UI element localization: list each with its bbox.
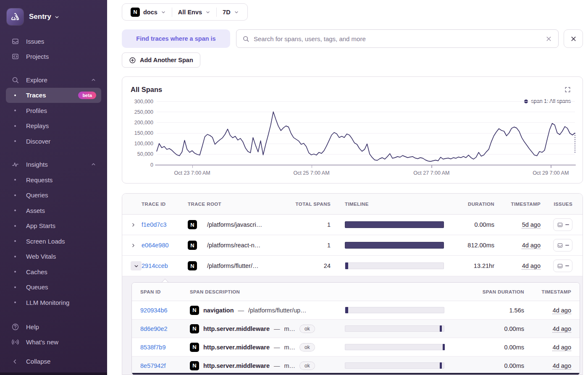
- sidebar-collapse-button[interactable]: Collapse: [6, 354, 101, 370]
- close-icon: [570, 35, 577, 42]
- sidebar-item-explore[interactable]: Explore: [6, 72, 101, 88]
- col-issues: ISSUES: [541, 202, 572, 207]
- y-axis-tick-label: 300,000: [123, 99, 153, 105]
- sidebar-item-replays[interactable]: Replays: [6, 118, 101, 134]
- span-timestamp[interactable]: 4d ago: [553, 325, 571, 332]
- span-timeline: [345, 344, 444, 350]
- sidebar-item-label: Replays: [26, 122, 49, 129]
- sidebar-item-help[interactable]: Help: [6, 319, 101, 335]
- date-range-selector[interactable]: 7D: [217, 9, 245, 16]
- sidebar-item-screen-loads[interactable]: Screen Loads: [6, 233, 101, 249]
- bullet-icon: [11, 110, 19, 111]
- span-timestamp[interactable]: 4d ago: [553, 362, 571, 369]
- issues-button[interactable]: [553, 218, 572, 231]
- span-table-header: SPAN ID SPAN DESCRIPTION SPAN DURATION T…: [132, 283, 580, 301]
- span-id-link[interactable]: 8538f7b9: [140, 344, 190, 351]
- collapse-icon: [11, 358, 19, 365]
- add-another-span-button[interactable]: Add Another Span: [122, 52, 200, 68]
- sidebar-item-traces[interactable]: Tracesbeta: [6, 88, 101, 103]
- sidebar-item-label: Insights: [26, 161, 48, 168]
- sidebar-item-queues[interactable]: Queues: [6, 280, 101, 295]
- span-description: m…: [284, 362, 295, 369]
- sidebar-item-label: LLM Monitoring: [26, 299, 69, 306]
- span-search-box: [236, 29, 559, 48]
- sidebar-item-issues[interactable]: Issues: [6, 34, 101, 49]
- span-status-badge: ok: [299, 343, 315, 351]
- spans-line-chart[interactable]: [157, 101, 575, 165]
- span-row: 8d6e90e2 N http.server.middleware — m…ok…: [132, 320, 580, 338]
- search-icon: [242, 35, 249, 42]
- sidebar-item-caches[interactable]: Caches: [6, 264, 101, 280]
- span-id-link[interactable]: 920934b6: [140, 307, 190, 314]
- trace-row: f1e0d7c3 N /platforms/javascri… 1 0.00ms…: [122, 215, 583, 235]
- span-op: http.server.middleware: [203, 344, 270, 351]
- sidebar-item-label: Queues: [26, 283, 48, 291]
- expand-chart-icon[interactable]: [564, 87, 571, 93]
- x-axis-tick-label: Oct 27 7:00 AM: [413, 170, 449, 176]
- issues-icon: [557, 242, 563, 249]
- span-timestamp[interactable]: 4d ago: [553, 307, 571, 314]
- sidebar-item-profiles[interactable]: Profiles: [6, 103, 101, 118]
- remove-span-filter-button[interactable]: [564, 29, 583, 48]
- expanded-trace-section: SPAN ID SPAN DESCRIPTION SPAN DURATION T…: [122, 276, 583, 375]
- sidebar-item-assets[interactable]: Assets: [6, 203, 101, 218]
- x-axis-tick-label: Oct 23 7:00 AM: [174, 170, 210, 176]
- collapse-row-button[interactable]: [131, 261, 142, 270]
- timeline-bar: [345, 221, 444, 228]
- span-row: 920934b6 N navigation — /platforms/flutt…: [132, 301, 580, 320]
- expand-row-button[interactable]: [131, 222, 142, 228]
- timestamp[interactable]: 4d ago: [522, 242, 541, 249]
- span-table-clipped-edge: [132, 373, 580, 375]
- sidebar-item-label: Requests: [26, 176, 52, 184]
- clear-search-icon[interactable]: [545, 35, 552, 42]
- bullet-icon: [11, 194, 19, 196]
- nextjs-project-icon: N: [188, 220, 197, 229]
- nextjs-project-icon: N: [190, 343, 199, 352]
- span-op: navigation: [203, 307, 234, 314]
- trace-id-link[interactable]: e064e980: [142, 242, 188, 249]
- y-axis-tick-label: 150,000: [123, 130, 153, 136]
- x-axis-tick: [192, 165, 193, 168]
- col-span-id: SPAN ID: [140, 289, 190, 294]
- org-switcher[interactable]: Sentry: [0, 0, 107, 29]
- duration: 812.00ms: [444, 242, 494, 249]
- sidebar-item-projects[interactable]: Projects: [6, 49, 101, 65]
- col-span-description: SPAN DESCRIPTION: [190, 289, 345, 294]
- issues-button[interactable]: [553, 239, 572, 252]
- search-icon: [11, 76, 19, 84]
- trace-row: 2914cceb N /platforms/flutter/… 24 13.21…: [122, 256, 583, 276]
- span-id-link[interactable]: 8e57942f: [140, 362, 190, 369]
- chevron-down-icon: [161, 10, 166, 15]
- span-id-link[interactable]: 8d6e90e2: [140, 325, 190, 332]
- expand-row-button[interactable]: [131, 243, 142, 248]
- sidebar-item-label: Caches: [26, 268, 47, 275]
- sidebar-item-web-vitals[interactable]: Web Vitals: [6, 249, 101, 265]
- trace-id-link[interactable]: 2914cceb: [142, 262, 188, 269]
- sidebar-item-label: What's new: [26, 338, 58, 346]
- trace-row: e064e980 N /platforms/react-n… 1 812.00m…: [122, 235, 583, 256]
- project-selector[interactable]: N docs: [125, 8, 172, 17]
- issues-button[interactable]: [553, 260, 572, 272]
- bullet-icon: [11, 140, 19, 142]
- sidebar-item-app-starts[interactable]: App Starts: [6, 218, 101, 234]
- timestamp[interactable]: 4d ago: [522, 262, 541, 269]
- x-axis-tick-label: Oct 29 7:00 AM: [533, 170, 569, 176]
- span-timestamp[interactable]: 4d ago: [553, 344, 571, 351]
- sidebar-item-queries[interactable]: Queries: [6, 188, 101, 203]
- sidebar-collapse-wrap: Collapse: [6, 354, 101, 370]
- sidebar-item-requests[interactable]: Requests: [6, 172, 101, 188]
- sidebar-item-insights[interactable]: Insights: [6, 157, 101, 173]
- span-timeline: [345, 362, 444, 369]
- trace-id-link[interactable]: f1e0d7c3: [142, 221, 188, 228]
- environment-selector[interactable]: All Envs: [172, 9, 216, 16]
- chevron-down-icon: [234, 10, 239, 15]
- y-axis-tick-label: 250,000: [123, 109, 153, 115]
- sidebar-item-discover[interactable]: Discover: [6, 134, 101, 149]
- sidebar-item-label: Traces: [26, 92, 46, 99]
- timestamp[interactable]: 5d ago: [522, 221, 541, 228]
- sidebar-item-label: Screen Loads: [26, 238, 65, 245]
- sidebar-item-what-s-new[interactable]: What's new: [6, 335, 101, 350]
- sidebar-item-llm-monitoring[interactable]: LLM Monitoring: [6, 295, 101, 310]
- span-search-input[interactable]: [254, 35, 541, 42]
- col-span-timestamp: TIMESTAMP: [524, 289, 571, 294]
